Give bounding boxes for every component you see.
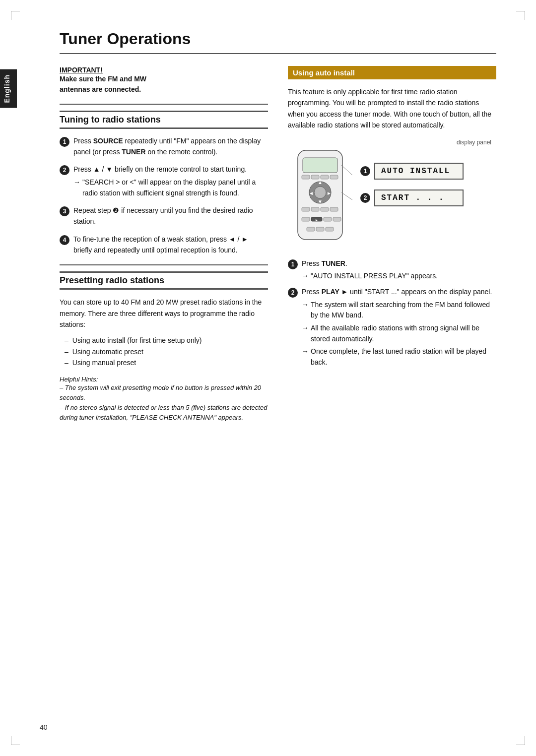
step-num-1: 1 <box>288 259 298 269</box>
step-text-1: Press TUNER. → "AUTO INSTALL PRESS PLAY"… <box>302 258 438 282</box>
page: English Tuner Operations IMPORTANT! Make… <box>0 0 536 756</box>
important-box: IMPORTANT! Make sure the FM and MW anten… <box>60 66 268 95</box>
display-screen-1: AUTO INSTALL <box>374 163 464 180</box>
diagram-area: ▲ ▼ ◄ ► <box>288 148 496 249</box>
corner-mark-br <box>516 736 525 745</box>
tuning-list: 1 Press SOURCE repeatedly until "FM" app… <box>60 136 268 255</box>
screen-text-2: START . . . <box>381 193 445 202</box>
step-arrow-2c: Once complete, the last tuned radio stat… <box>311 346 496 368</box>
svg-text:►: ► <box>315 218 319 222</box>
svg-rect-15 <box>330 207 338 211</box>
helpful-hints: Helpful Hints: – The system will exit pr… <box>60 376 268 423</box>
display-panel-label: display panel <box>288 139 491 146</box>
auto-install-step-2: 2 Press PLAY ► until "START ..." appears… <box>288 287 496 368</box>
divider1 <box>60 104 268 105</box>
svg-rect-11 <box>330 175 338 179</box>
svg-rect-20 <box>333 217 341 221</box>
svg-text:▼: ▼ <box>318 199 323 204</box>
important-line1: Make sure the FM and MW <box>60 75 146 83</box>
remote-svg: ▲ ▼ ◄ ► <box>288 148 352 247</box>
corner-mark-tr <box>516 11 525 20</box>
num-2: 2 <box>60 165 69 175</box>
step-arrow-1: "AUTO INSTALL PRESS PLAY" appears. <box>311 271 438 282</box>
step-num-2: 2 <box>288 288 298 298</box>
screen-row-2: 2 START . . . <box>360 189 464 206</box>
right-column: Using auto install This feature is only … <box>288 66 496 423</box>
auto-install-step-1: 1 Press TUNER. → "AUTO INSTALL PRESS PLA… <box>288 258 496 282</box>
tuning-section-header: Tuning to radio stations <box>60 111 268 129</box>
arrow-sym-2: → <box>73 177 80 188</box>
screen-num-1: 1 <box>360 166 370 176</box>
corner-mark-tl <box>11 11 20 20</box>
bullet-3: – Using manual preset <box>65 357 268 368</box>
svg-point-3 <box>314 187 326 198</box>
presetting-bullets: – Using auto install (for first time set… <box>65 335 268 368</box>
svg-rect-10 <box>321 175 329 179</box>
tuning-text-2: Press ▲ / ▼ briefly on the remote contro… <box>73 164 268 198</box>
svg-rect-13 <box>311 207 319 211</box>
bullet-text-1: Using auto install (for first time setup… <box>72 335 202 346</box>
corner-mark-bl <box>11 736 20 745</box>
presetting-intro: You can store up to 40 FM and 20 MW pres… <box>60 297 268 330</box>
screen-num-2: 2 <box>360 193 370 203</box>
svg-rect-1 <box>303 158 337 173</box>
screen-row-1: 1 AUTO INSTALL <box>360 163 464 180</box>
svg-rect-16 <box>302 217 310 221</box>
tuning-text-4: To fine-tune the reception of a weak sta… <box>73 234 268 255</box>
svg-text:◄: ◄ <box>309 190 314 196</box>
screen-text-1: AUTO INSTALL <box>381 167 450 176</box>
svg-text:►: ► <box>327 190 332 196</box>
auto-install-steps: 1 Press TUNER. → "AUTO INSTALL PRESS PLA… <box>288 258 496 368</box>
tuning-item-1: 1 Press SOURCE repeatedly until "FM" app… <box>60 136 268 157</box>
tuning-item-2: 2 Press ▲ / ▼ briefly on the remote cont… <box>60 164 268 198</box>
tuning-item-4: 4 To fine-tune the reception of a weak s… <box>60 234 268 255</box>
bullet-1: – Using auto install (for first time set… <box>65 335 268 346</box>
svg-rect-14 <box>321 207 329 211</box>
auto-install-header: Using auto install <box>288 66 496 79</box>
bullet-text-2: Using automatic preset <box>72 346 143 357</box>
presetting-section-header: Presetting radio stations <box>60 271 268 290</box>
svg-rect-19 <box>324 217 332 221</box>
tuning-text-3: Repeat step ❷ if necessary until you fin… <box>73 205 268 227</box>
tuning-text-1: Press SOURCE repeatedly until "FM" appea… <box>73 136 268 157</box>
bullet-2: – Using automatic preset <box>65 346 268 357</box>
main-content: IMPORTANT! Make sure the FM and MW anten… <box>60 66 496 423</box>
step-arrow-2a: The system will start searching from the… <box>311 300 496 321</box>
page-number: 40 <box>40 723 48 731</box>
svg-rect-21 <box>307 227 315 231</box>
svg-rect-9 <box>311 175 319 179</box>
important-label: IMPORTANT! <box>60 66 268 74</box>
hints-title: Helpful Hints: <box>60 376 268 383</box>
display-screen-2: START . . . <box>374 189 464 206</box>
diagram-wrapper: display panel ▲ <box>288 139 496 249</box>
bullet-text-3: Using manual preset <box>72 357 136 368</box>
remote-control: ▲ ▼ ◄ ► <box>288 148 352 249</box>
step-text-2: Press PLAY ► until "START ..." appears o… <box>302 287 496 368</box>
screens-area: 1 AUTO INSTALL 2 START . . . <box>360 163 464 206</box>
page-title: Tuner Operations <box>60 30 496 54</box>
important-text: Make sure the FM and MW antennas are con… <box>60 74 268 95</box>
svg-rect-12 <box>302 207 310 211</box>
left-column: IMPORTANT! Make sure the FM and MW anten… <box>60 66 268 423</box>
divider2 <box>60 264 268 265</box>
svg-rect-23 <box>326 227 334 231</box>
language-tab: English <box>0 69 17 108</box>
arrow-text-2: "SEARCH > or <" will appear on the displ… <box>82 177 268 198</box>
hint-1: – The system will exit presetting mode i… <box>60 383 268 403</box>
svg-rect-8 <box>302 175 310 179</box>
num-3: 3 <box>60 206 69 216</box>
svg-text:▲: ▲ <box>318 180 323 185</box>
step-arrow-2b: All the available radio stations with st… <box>311 323 496 344</box>
num-1: 1 <box>60 137 69 147</box>
svg-rect-22 <box>316 227 324 231</box>
important-line2: antennas are connected. <box>60 85 141 93</box>
hint-2: – If no stereo signal is detected or les… <box>60 403 268 423</box>
tuning-item-3: 3 Repeat step ❷ if necessary until you f… <box>60 205 268 227</box>
num-4: 4 <box>60 235 69 245</box>
auto-install-intro: This feature is only applicable for firs… <box>288 86 496 131</box>
